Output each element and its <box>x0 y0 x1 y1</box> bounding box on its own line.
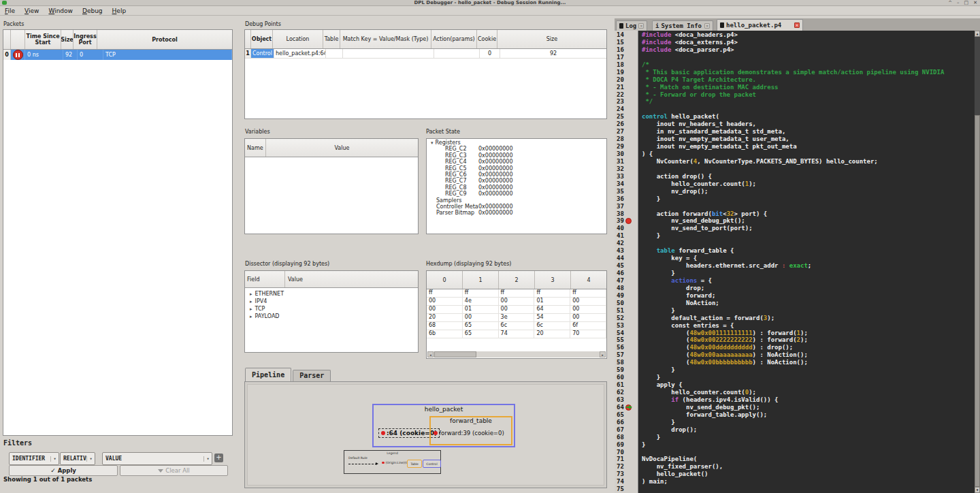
editor-vscrollbar[interactable]: ▲ ▼ <box>975 31 980 493</box>
line-number[interactable]: 14 <box>617 31 624 39</box>
relative-select[interactable]: RELATIVE ▾ <box>60 452 95 465</box>
close-tab-icon[interactable]: ✕ <box>704 23 710 29</box>
close-tab-icon[interactable]: ✕ <box>794 22 800 28</box>
line-number[interactable]: 42 <box>617 240 624 247</box>
line-number[interactable]: 20 <box>617 76 624 84</box>
samplers-group[interactable]: Samplers <box>427 197 606 204</box>
scroll-up-icon[interactable]: ▲ <box>975 31 980 37</box>
collapse-arrow-icon[interactable]: ▾ <box>431 140 434 146</box>
maximize-button[interactable]: □ <box>964 0 969 5</box>
line-number[interactable]: 57 <box>617 351 624 359</box>
shade-button[interactable]: ^ <box>948 0 952 5</box>
packet-row[interactable]: 0 0 ns 92 0 TCP <box>3 50 232 60</box>
menu-item-help[interactable]: Help <box>108 7 131 14</box>
line-number[interactable]: 65 <box>617 411 624 419</box>
line-number[interactable]: 71 <box>617 456 624 463</box>
line-number[interactable]: 63 <box>617 396 624 404</box>
line-number[interactable]: 64 <box>617 404 624 411</box>
menu-item-view[interactable]: View <box>20 7 44 14</box>
hscroll-thumb[interactable] <box>434 351 476 357</box>
identifier-select[interactable]: IDENTIFIER ▾ <box>9 452 59 465</box>
line-number[interactable]: 26 <box>617 121 624 128</box>
close-tab-icon[interactable]: ✕ <box>638 23 644 29</box>
line-number[interactable]: 66 <box>617 419 624 426</box>
minimize-button[interactable]: – <box>957 0 960 5</box>
line-number[interactable]: 49 <box>617 292 624 300</box>
line-number[interactable]: 45 <box>617 262 624 270</box>
line-number[interactable]: 31 <box>617 158 624 165</box>
hexdump-hscrollbar[interactable]: ◂ ▸ <box>427 351 606 357</box>
menu-item-debug[interactable]: Debug <box>78 7 108 14</box>
line-number[interactable]: 37 <box>617 203 624 210</box>
current-line-icon[interactable] <box>625 404 632 411</box>
line-number[interactable]: 39 <box>617 217 624 225</box>
scroll-down-icon[interactable]: ▼ <box>975 487 980 493</box>
dissector-row-tcp[interactable]: ▸TCP <box>245 305 418 313</box>
line-number[interactable]: 46 <box>617 270 624 277</box>
line-number[interactable]: 40 <box>617 225 624 232</box>
line-number[interactable]: 25 <box>617 113 624 121</box>
tab-hello-packet-p4[interactable]: hello_packet.p4 ✕ <box>717 19 803 31</box>
line-number[interactable]: 29 <box>617 143 624 150</box>
line-number[interactable]: 43 <box>617 247 624 255</box>
line-number[interactable]: 54 <box>617 330 624 337</box>
scroll-left-icon[interactable]: ◂ <box>427 351 434 357</box>
line-number[interactable]: 73 <box>617 471 624 478</box>
dissector-row-payload[interactable]: ▸PAYLOAD <box>245 313 418 320</box>
line-number[interactable]: 69 <box>617 441 624 449</box>
debug-point-row[interactable]: 1 Control hello_packet.p4:64 0 92 <box>245 49 606 59</box>
line-number[interactable]: 47 <box>617 277 624 285</box>
tab-parser[interactable]: Parser <box>293 370 331 381</box>
table-rule-item[interactable]: forward:39 (cookie=0) <box>434 430 504 436</box>
vscroll-thumb[interactable] <box>975 115 980 487</box>
line-number[interactable]: 33 <box>617 173 624 180</box>
line-number[interactable]: 51 <box>617 307 624 315</box>
expand-arrow-icon[interactable]: ▸ <box>250 291 252 297</box>
expand-arrow-icon[interactable]: ▸ <box>250 306 252 312</box>
scroll-right-icon[interactable]: ▸ <box>600 351 606 357</box>
line-number[interactable]: 52 <box>617 315 624 322</box>
line-number[interactable]: 27 <box>617 128 624 136</box>
expand-arrow-icon[interactable]: ▸ <box>250 299 252 304</box>
line-number[interactable]: 48 <box>617 285 624 292</box>
dissector-row-ipv4[interactable]: ▸IPV4 <box>245 298 418 305</box>
line-number[interactable]: 70 <box>617 449 624 456</box>
line-number[interactable]: 28 <box>617 136 624 143</box>
line-number[interactable]: 58 <box>617 359 624 366</box>
menu-item-file[interactable]: File <box>0 7 20 14</box>
line-number[interactable]: 24 <box>617 106 624 113</box>
line-number[interactable]: 19 <box>617 69 624 76</box>
line-number[interactable]: 74 <box>617 478 624 486</box>
line-number[interactable]: 30 <box>617 150 624 158</box>
line-number[interactable]: 18 <box>617 61 624 69</box>
apply-button[interactable]: ✓ Apply <box>9 465 118 476</box>
line-number[interactable]: 53 <box>617 322 624 330</box>
expand-arrow-icon[interactable]: ▸ <box>250 314 252 319</box>
line-number[interactable]: 17 <box>617 54 624 61</box>
line-number[interactable]: 41 <box>617 232 624 240</box>
line-number[interactable]: 75 <box>617 486 624 493</box>
line-number[interactable]: 16 <box>617 46 624 54</box>
clear-all-button[interactable]: Clear All <box>120 465 228 476</box>
menu-item-window[interactable]: Window <box>44 7 78 14</box>
line-number[interactable]: 22 <box>617 91 624 99</box>
line-number[interactable]: 67 <box>617 426 624 434</box>
line-number[interactable]: 50 <box>617 300 624 307</box>
line-number[interactable]: 35 <box>617 188 624 195</box>
line-number[interactable]: 60 <box>617 374 624 381</box>
line-number[interactable]: 61 <box>617 381 624 389</box>
line-number[interactable]: 44 <box>617 255 624 262</box>
line-number[interactable]: 62 <box>617 389 624 396</box>
dissector-row-ethernet[interactable]: ▸ETHERNET <box>245 290 418 298</box>
line-number[interactable]: 68 <box>617 434 624 441</box>
line-number[interactable]: 34 <box>617 180 624 188</box>
add-filter-button[interactable]: + <box>214 454 223 462</box>
line-number[interactable]: 55 <box>617 336 624 344</box>
value-select[interactable]: VALUE ▾ <box>102 452 212 465</box>
line-number[interactable]: 59 <box>617 366 624 374</box>
line-number[interactable]: 21 <box>617 84 624 91</box>
close-button[interactable]: ✕ <box>973 0 977 5</box>
line-number[interactable]: 23 <box>617 98 624 106</box>
tab-system-info[interactable]: i System Info ✕ <box>652 20 713 31</box>
breakpoint-icon[interactable] <box>625 218 632 224</box>
